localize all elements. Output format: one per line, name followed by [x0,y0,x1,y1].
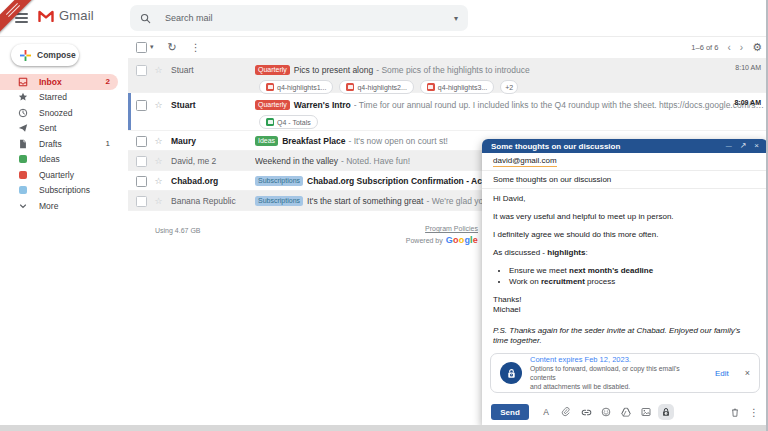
star-icon[interactable]: ☆ [153,136,164,146]
attachment-chip[interactable]: Q4 - Totals [259,115,318,129]
star-icon [17,92,28,103]
drafts-count: 1 [106,139,110,148]
minimize-icon[interactable]: — [726,143,732,149]
row-checkbox[interactable] [136,176,147,187]
sidebar-item-snoozed[interactable]: Snoozed [0,105,118,121]
expiry-details-text: Options to forward, download, or copy th… [530,364,699,392]
chevron-down-icon [17,200,28,211]
formatting-options-icon[interactable]: A [540,406,552,418]
more-attachments-chip[interactable]: +2 [500,80,518,94]
subject-row[interactable]: Some thoughts on our discussion [482,171,768,189]
sidebar-item-starred[interactable]: Starred [0,90,118,106]
popout-icon[interactable]: ↗ [740,142,747,150]
subject-input[interactable]: Some thoughts on our discussion [493,175,611,184]
star-icon[interactable]: ☆ [153,65,164,75]
body-bullet: Work on recruitment process [509,277,757,287]
sidebar-nav: Inbox 2 Starred Snoozed Sent [0,74,128,214]
settings-gear-icon[interactable]: ⚙ [752,41,762,54]
sidebar-item-ideas[interactable]: Ideas [0,152,118,168]
email-row[interactable]: ☆ Stuart Quarterly Pics to present along… [128,58,768,93]
sidebar-item-more[interactable]: More [0,198,118,214]
email-subject: Breakfast Place [282,136,345,146]
multicolor-plus-icon [20,50,31,61]
star-icon[interactable]: ☆ [153,100,164,110]
row-checkbox[interactable] [136,65,147,76]
compose-header[interactable]: Some thoughts on our discussion — ↗ × [482,139,768,153]
spreadsheet-file-icon [266,118,274,126]
email-sender: Maury [171,136,255,146]
insert-emoji-icon[interactable] [600,406,612,418]
star-icon[interactable]: ☆ [153,196,164,206]
body-paragraph: I definitely agree we should do this mor… [493,230,757,240]
message-body[interactable]: Hi David, It was very useful and helpful… [482,189,768,346]
edit-expiry-link[interactable]: Edit [715,369,729,378]
email-row[interactable]: ☆ Stuart Quarterly Warren's Intro - Time… [128,93,768,131]
sidebar-item-inbox[interactable]: Inbox 2 [0,74,118,90]
recipient-address[interactable]: david@gmail.com [493,156,557,167]
attachment-chip[interactable]: q4-highlights1... [259,80,333,94]
search-bar[interactable]: Search mail ▾ [130,5,468,31]
google-drive-icon[interactable] [620,406,632,418]
sidebar: Compose Inbox 2 Starred Snoozed [0,36,128,431]
close-icon[interactable]: × [754,142,759,150]
select-all-checkbox[interactable] [136,42,147,53]
send-button[interactable]: Send [491,404,529,420]
compose-toolbar: Send A [491,402,759,422]
refresh-icon[interactable]: ↻ [168,42,177,53]
more-options-icon[interactable]: ⋮ [191,42,201,53]
attach-file-icon[interactable] [560,406,572,418]
sidebar-item-drafts[interactable]: Drafts 1 [0,136,118,152]
gmail-logo[interactable]: Gmail [38,8,94,23]
row-checkbox[interactable] [136,136,147,147]
sidebar-item-label: Starred [39,92,67,102]
more-send-options-icon[interactable]: ⋮ [749,407,759,418]
older-page-icon[interactable]: › [740,42,743,53]
insert-link-icon[interactable] [580,406,592,418]
dismiss-notice-icon[interactable]: × [745,368,750,378]
storage-usage: Using 4.67 GB [155,227,201,234]
row-checkbox[interactable] [136,156,147,167]
sidebar-item-label: Sent [39,123,57,133]
window-bottom-edge [0,425,768,431]
sidebar-item-quarterly[interactable]: Quarterly [0,167,118,183]
program-policies-link[interactable]: Program Policies [425,225,478,232]
label-badge-subscriptions: Subscriptions [255,196,303,206]
sidebar-item-label: Inbox [39,77,62,87]
email-snippet: - It's now open on court st! [348,136,447,146]
row-checkbox[interactable] [136,196,147,207]
inbox-unread-count: 2 [106,77,110,86]
sidebar-item-label: Subscriptions [39,185,90,195]
label-icon-red [17,169,28,180]
powered-by-label: Powered by [406,237,443,244]
attachment-chip[interactable]: q4-highlights2... [339,80,413,94]
row-checkbox[interactable] [136,100,147,111]
star-icon[interactable]: ☆ [153,176,164,186]
newer-page-icon[interactable]: ‹ [727,42,730,53]
insert-photo-icon[interactable] [640,406,652,418]
discard-draft-trash-icon[interactable] [730,407,740,418]
attachment-chip[interactable]: q4-highlights3... [420,80,494,94]
search-options-caret-icon[interactable]: ▾ [454,14,458,23]
body-paragraph: Michael [493,305,757,315]
list-toolbar: ▾ ↻ ⋮ 1–6 of 6 ‹ › ⚙ [128,36,768,59]
email-snippet: - Noted. Have fun! [341,156,410,166]
recipients-row[interactable]: david@gmail.com [482,153,768,171]
gmail-m-icon [38,10,54,22]
body-paragraph: It was very useful and helpful to meet u… [493,212,757,222]
email-subject: Weekend in the valley [255,156,338,166]
image-file-icon [427,83,435,91]
sidebar-item-label: Quarterly [39,170,74,180]
google-logo: Google [446,235,478,245]
compose-window: Some thoughts on our discussion — ↗ × da… [482,139,768,425]
compose-button[interactable]: Compose [11,44,79,66]
search-icon [140,13,151,24]
label-icon-green [17,154,28,165]
confidential-mode-icon[interactable] [660,406,672,418]
sidebar-item-sent[interactable]: Sent [0,121,118,137]
body-paragraph: Hi David, [493,194,757,204]
search-input[interactable]: Search mail [165,13,454,23]
label-icon-blue [17,185,28,196]
select-caret-icon[interactable]: ▾ [150,43,154,51]
sidebar-item-subscriptions[interactable]: Subscriptions [0,183,118,199]
star-icon[interactable]: ☆ [153,156,164,166]
